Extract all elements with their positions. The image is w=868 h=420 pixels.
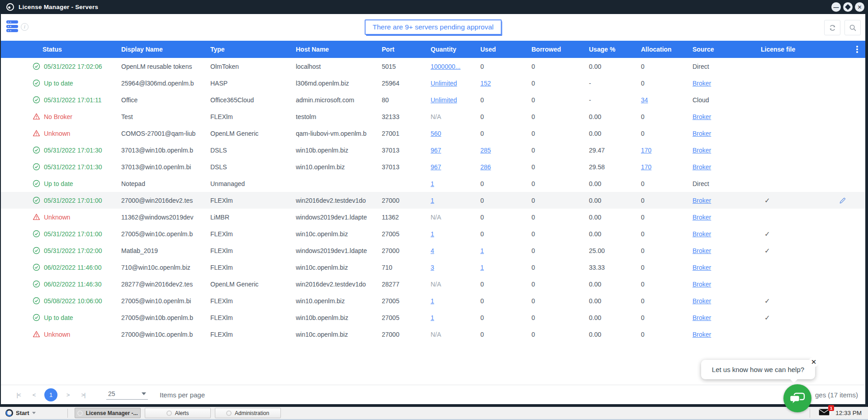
table-row[interactable]: 05/31/2022 17:01:30 37013@win10b.openlm.…: [1, 142, 865, 158]
maximize-button[interactable]: [843, 2, 853, 12]
used-cell[interactable]: 0: [480, 197, 484, 204]
used-cell[interactable]: 285: [480, 147, 491, 154]
source-cell[interactable]: Broker: [693, 331, 711, 338]
column-header-usage[interactable]: Usage %: [589, 46, 641, 53]
table-row[interactable]: Unknown COMOS-27001@qam-liub OpenLM Gene…: [1, 125, 865, 142]
quantity-cell[interactable]: 1000000...: [431, 63, 460, 70]
source-cell[interactable]: Broker: [693, 314, 711, 321]
refresh-button[interactable]: [824, 20, 840, 35]
chat-close-icon[interactable]: ✕: [809, 357, 819, 367]
close-button[interactable]: ✕: [855, 2, 864, 12]
quantity-cell[interactable]: 4: [431, 247, 434, 254]
source-cell[interactable]: Direct: [693, 63, 709, 70]
source-cell[interactable]: Broker: [693, 281, 711, 288]
allocation-cell[interactable]: 0: [641, 130, 645, 137]
column-header-borrowed[interactable]: Borrowed: [531, 46, 589, 53]
used-cell[interactable]: 0: [480, 96, 484, 104]
table-row[interactable]: 06/02/2022 11:46:30 28277@win2016dev2.te…: [1, 276, 865, 292]
allocation-cell[interactable]: 170: [641, 147, 651, 154]
column-header-used[interactable]: Used: [480, 46, 531, 53]
used-cell[interactable]: 0: [480, 281, 484, 288]
previous-page-button[interactable]: <: [26, 387, 42, 402]
source-cell[interactable]: Direct: [693, 180, 709, 187]
source-cell[interactable]: Broker: [693, 214, 711, 221]
used-cell[interactable]: 0: [480, 130, 484, 137]
column-header-host-name[interactable]: Host Name: [296, 46, 382, 53]
pending-approval-notice[interactable]: There are 9+ servers pending approval: [365, 19, 502, 35]
allocation-cell[interactable]: 0: [641, 264, 645, 271]
table-row[interactable]: Up to date Notepad Unmanaged 1 0 0 0.00 …: [1, 175, 865, 192]
page-size-select[interactable]: 25: [106, 390, 148, 400]
allocation-cell[interactable]: 0: [641, 331, 645, 338]
used-cell[interactable]: 1: [480, 247, 484, 254]
quantity-cell[interactable]: N/A: [431, 214, 441, 221]
table-row[interactable]: 05/31/2022 17:01:30 37013@win10.openlm.b…: [1, 158, 865, 175]
table-row[interactable]: 05/31/2022 17:02:00 Matlab_2019 FLEXlm w…: [1, 242, 865, 259]
quantity-cell[interactable]: 967: [431, 147, 441, 154]
first-page-button[interactable]: |<: [11, 387, 26, 402]
column-header-status[interactable]: Status: [33, 46, 121, 53]
quantity-cell[interactable]: 1: [431, 197, 434, 204]
servers-list-icon[interactable]: [6, 20, 18, 34]
taskbar-item-administration[interactable]: Administration: [215, 408, 281, 418]
used-cell[interactable]: 286: [480, 163, 491, 171]
column-header-display-name[interactable]: Display Name: [121, 46, 210, 53]
source-cell[interactable]: Broker: [693, 197, 711, 204]
table-row[interactable]: Up to date 25964@l306md.openlm.b HASP l3…: [1, 75, 865, 91]
source-cell[interactable]: Broker: [693, 147, 711, 154]
source-cell[interactable]: Broker: [693, 113, 711, 120]
table-row[interactable]: 05/08/2022 10:06:00 27005@win10.openlm.b…: [1, 292, 865, 309]
column-header-source[interactable]: Source: [693, 46, 761, 53]
quantity-cell[interactable]: Unlimited: [431, 96, 457, 104]
column-header-allocation[interactable]: Allocation: [641, 46, 693, 53]
quantity-cell[interactable]: 1: [431, 230, 434, 238]
quantity-cell[interactable]: N/A: [431, 331, 441, 338]
chat-launcher-button[interactable]: [783, 384, 811, 412]
minimize-button[interactable]: —: [831, 2, 841, 12]
allocation-cell[interactable]: 0: [641, 197, 645, 204]
quantity-cell[interactable]: N/A: [431, 281, 441, 288]
allocation-cell[interactable]: 0: [641, 214, 645, 221]
used-cell[interactable]: 0: [480, 230, 484, 238]
quantity-cell[interactable]: 1: [431, 297, 434, 305]
quantity-cell[interactable]: Unlimited: [431, 80, 457, 87]
source-cell[interactable]: Broker: [693, 163, 711, 171]
allocation-cell[interactable]: 34: [641, 96, 648, 104]
used-cell[interactable]: 0: [480, 331, 484, 338]
messages-button[interactable]: 1: [818, 408, 830, 418]
used-cell[interactable]: 0: [480, 214, 484, 221]
source-cell[interactable]: Broker: [693, 264, 711, 271]
last-page-button[interactable]: >|: [76, 387, 91, 402]
table-row[interactable]: 06/02/2022 11:46:00 710@win10c.openlm.bi…: [1, 259, 865, 276]
used-cell[interactable]: 0: [480, 113, 484, 120]
current-page-button[interactable]: 1: [44, 388, 57, 401]
source-cell[interactable]: Broker: [693, 80, 711, 87]
edit-pencil-icon[interactable]: [839, 197, 846, 204]
quantity-cell[interactable]: 560: [431, 130, 441, 137]
table-row[interactable]: Up to date 27005@win10b.openlm.b FLEXlm …: [1, 309, 865, 326]
column-header-port[interactable]: Port: [382, 46, 431, 53]
allocation-cell[interactable]: 0: [641, 180, 645, 187]
allocation-cell[interactable]: 0: [641, 63, 645, 70]
table-row[interactable]: 05/31/2022 17:01:00 27000@win2016dev2.te…: [1, 192, 865, 209]
source-cell[interactable]: Cloud: [693, 96, 709, 104]
next-page-button[interactable]: >: [60, 387, 76, 402]
allocation-cell[interactable]: 0: [641, 297, 645, 305]
quantity-cell[interactable]: 1: [431, 180, 434, 187]
used-cell[interactable]: 0: [480, 314, 484, 321]
table-row[interactable]: Unknown 11362@windows2019dev LiMBR windo…: [1, 209, 865, 225]
allocation-cell[interactable]: 0: [641, 80, 645, 87]
column-header-license-file[interactable]: License file: [761, 46, 842, 53]
quantity-cell[interactable]: N/A: [431, 113, 441, 120]
allocation-cell[interactable]: 0: [641, 314, 645, 321]
quantity-cell[interactable]: 967: [431, 163, 441, 171]
table-row[interactable]: Unknown 27000@win10c.openlm.b FLEXlm win…: [1, 326, 865, 343]
column-menu-icon[interactable]: [853, 44, 861, 54]
search-button[interactable]: [844, 20, 861, 35]
taskbar-item-license-manager[interactable]: License Manager -...: [75, 408, 141, 418]
info-icon[interactable]: i: [21, 23, 28, 31]
quantity-cell[interactable]: 3: [431, 264, 434, 271]
table-row[interactable]: No Broker Test FLEXlm testolm 32133 N/A …: [1, 108, 865, 125]
start-button[interactable]: Start: [0, 407, 40, 419]
allocation-cell[interactable]: 0: [641, 230, 645, 238]
